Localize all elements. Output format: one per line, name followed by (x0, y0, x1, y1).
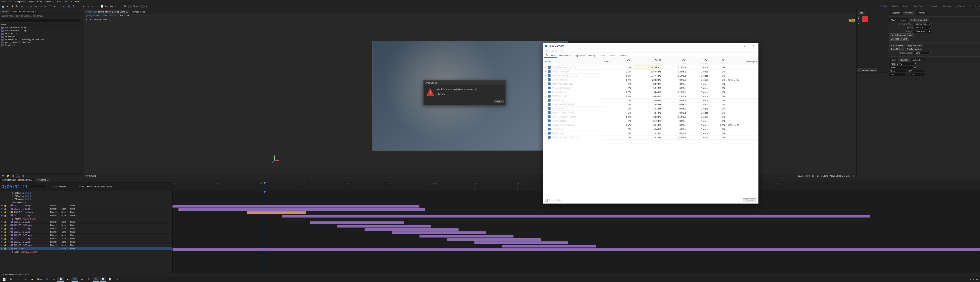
rotate-tool-icon[interactable]: ↻ (25, 5, 28, 8)
search-icon[interactable]: 🔍 (8, 277, 14, 282)
workspace-custom[interactable]: get fucked (954, 5, 967, 8)
aftereffects-icon[interactable]: Ae (93, 277, 99, 282)
scale-input[interactable] (908, 73, 926, 76)
pan-behind-tool-icon[interactable]: ⊕ (34, 5, 38, 8)
project-item[interactable]: Pre-comp 1 (0, 44, 84, 47)
terminal-icon[interactable]: ▣ (79, 277, 85, 282)
process-row[interactable]: >ESET Service (2) 0.4%44.4 MB0.1 MB/s0 M… (543, 94, 758, 98)
composition-tab-main[interactable]: Composition gaming intruder 3 Linked Com… (84, 10, 130, 14)
process-row[interactable]: >Windows Explorer 0.3%54.8 MB0.1 MB/s0 M… (543, 90, 758, 94)
workspace-standard[interactable]: Standard (928, 5, 940, 8)
project-tab[interactable]: Project (0, 10, 10, 14)
project-list[interactable]: 2022-07-05 00-43-19.mp42022-07-05 00-52-… (0, 26, 84, 174)
view-axis-icon[interactable]: ⬊ (91, 5, 94, 8)
layer-bar[interactable] (310, 221, 404, 224)
brush-tool-icon[interactable]: 🖌 (53, 5, 56, 8)
project-col-name[interactable]: Name (1, 24, 6, 26)
timeline-tab-1[interactable]: Pre-comp 1 (35, 178, 50, 182)
camera-options-prop[interactable]: Camera Options (0, 201, 172, 204)
tray-onedrive-icon[interactable]: ☁ (969, 278, 971, 280)
paint-tab[interactable]: Paint (889, 58, 897, 62)
workspace-overflow-icon[interactable]: » (968, 5, 972, 8)
col-memory[interactable]: 51%Memory (633, 58, 663, 65)
preview-tab[interactable]: Preview (916, 11, 927, 15)
layer-list[interactable]: ⊙X Rotation 0x+0.0° ⊙Y Rotation 0x+0.0° … (0, 191, 172, 272)
menu-animation[interactable]: Animation (44, 1, 56, 3)
layer-bar[interactable] (364, 228, 459, 231)
notepad-icon[interactable]: 📝 (107, 277, 113, 282)
menu-help[interactable]: Help (73, 1, 80, 3)
chrome-icon[interactable]: 🌐 (72, 277, 78, 282)
workspace-libraries[interactable]: Libraries (941, 5, 953, 8)
font-family-select[interactable]: Adobe Dev… (889, 62, 916, 66)
layer-row[interactable]: 👁🔒6 2022-07…2-00.mp4 NormalNoneNone (0, 214, 172, 217)
layer-row[interactable]: 👁🔒12 2022-07…2-00.mp4 NormalNoneNone (0, 237, 172, 240)
snapping-checkbox[interactable] (101, 5, 103, 8)
mask-toggle-icon[interactable]: ◐ (816, 174, 820, 178)
process-row[interactable]: >Adobe Premiere Pro 2022 (8) 0.1%1,177.3… (543, 74, 758, 78)
font-weight-select[interactable]: Bold (889, 66, 916, 69)
crumb-link-1[interactable]: gaming intruder 3 Linked Comp 11 (86, 14, 116, 17)
workspace-review[interactable]: Review (890, 5, 900, 8)
process-row[interactable]: Adobe CEF HTML Engine 0%39.5 MB0 MB/s0 M… (543, 102, 758, 106)
font-size-input[interactable] (889, 70, 907, 73)
layer-bar[interactable] (474, 241, 568, 244)
end-task-button[interactable]: End task (743, 198, 756, 202)
content-aware-fill-tab[interactable]: Content-Aware Fill (908, 18, 929, 22)
trash-icon[interactable]: 🗑 (22, 174, 25, 177)
crumb-link-2[interactable]: Pre-comp 1 (120, 14, 130, 17)
tm-menu-view[interactable]: View (560, 49, 565, 52)
layer-row[interactable]: 👁🔒3 2022-07…3-19.mp4 NormalNone (0, 204, 172, 207)
discord-icon[interactable]: 💬 (57, 277, 64, 282)
tm-tab-processes[interactable]: Processes (544, 54, 557, 57)
col-gpu-engine[interactable]: GPU engine (727, 58, 758, 65)
transparency-grid-icon[interactable]: ▦ (811, 174, 815, 178)
layer-bar[interactable] (447, 238, 541, 241)
effect-controls-tab[interactable]: Effect Controls Pre-comp 1 (10, 10, 38, 14)
y-rotation-prop[interactable]: ⊙Y Rotation 0x+0.0° (0, 195, 172, 198)
project-item[interactable]: backdrop 1.mxf (0, 32, 84, 35)
view-count-dropdown[interactable]: 1 View (844, 175, 850, 177)
scale-prop[interactable]: ⊙Scale133.9,133.9,133.9% (0, 250, 172, 253)
zoom-dropdown[interactable]: 12.5% (798, 175, 803, 177)
col-network[interactable]: 0%Network (688, 58, 710, 65)
footage-tab[interactable]: Footage (none) (130, 10, 147, 14)
tm-tab-performance[interactable]: Performance (557, 54, 573, 57)
layer-bar[interactable] (172, 204, 420, 208)
menu-effect[interactable]: Effect (36, 1, 44, 3)
track-camera-button[interactable]: Track Camera (889, 44, 905, 47)
project-item[interactable]: gaming intruder 3 Linked Comp 11 (0, 41, 84, 44)
fewer-details-toggle[interactable]: ˄ Fewer details (545, 199, 560, 201)
layer-row[interactable]: 👁🔒14 2022-07…2-00.mp4 NormalNoneNone (0, 244, 172, 247)
bit-depth-icon[interactable]: 8 bpc (16, 174, 20, 177)
world-axis-icon[interactable]: ⬈ (86, 5, 90, 8)
menu-layer[interactable]: Layer (28, 1, 36, 3)
col-name[interactable]: Name (543, 58, 602, 65)
eraser-tool-icon[interactable]: ◧ (62, 5, 66, 8)
process-row[interactable]: NVIDIA Share 0%35.1 MB0 MB/s0 Mbps0% (543, 106, 758, 111)
stroke-swatch[interactable] (140, 5, 145, 8)
process-row[interactable]: 4K Video Downloader 0%56.2 MB0 MB/s0 Mbp… (543, 86, 758, 90)
create-reference-frame-button[interactable]: Create Reference Frame (889, 33, 914, 37)
ae-error-ok-button[interactable]: OK (494, 100, 504, 103)
minimize-button[interactable]: ─ (732, 44, 740, 48)
tracker-tab[interactable]: Tracker (898, 18, 908, 22)
taskmgr-taskbar-icon[interactable]: 📊 (100, 277, 107, 282)
layer-bar[interactable] (172, 248, 980, 251)
resolution-dropdown[interactable]: Third (805, 175, 810, 177)
layer-bar[interactable] (420, 234, 514, 238)
layer-bar[interactable] (178, 208, 425, 211)
align-tab[interactable]: Align (889, 18, 897, 22)
close-button[interactable]: ✕ (750, 44, 757, 48)
clone-tool-icon[interactable]: ⧉ (57, 5, 61, 8)
menu-file[interactable]: File (1, 1, 7, 3)
puppet-tool-icon[interactable]: 📍 (72, 5, 75, 8)
shape-tool-icon[interactable]: ▭ (39, 5, 42, 8)
new-comp-icon[interactable]: ▦ (11, 174, 15, 177)
tm-tab-users[interactable]: Users (598, 54, 607, 57)
layer-bar[interactable] (502, 245, 596, 247)
layer-row[interactable]: 👁🔒7 2022-07…2-00.mp4 NormalNoneNone (0, 220, 172, 223)
zoom-tool-icon[interactable]: 🔍 (15, 5, 19, 8)
toggle-switches-icon[interactable]: ⊞ (2, 273, 5, 277)
project-item[interactable]: 2022-07-05 00-52-00.mp4 (0, 29, 84, 32)
